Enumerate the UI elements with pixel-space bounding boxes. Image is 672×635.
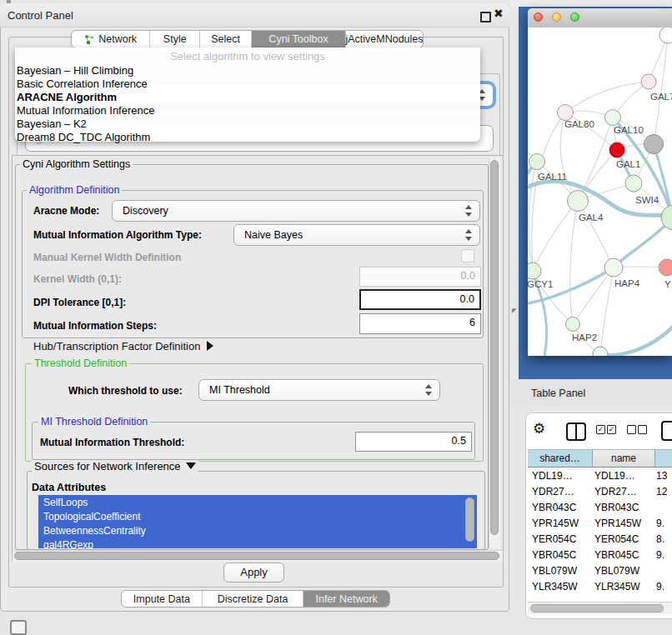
deselect-all-icon[interactable] xyxy=(638,425,647,434)
zoom-traffic-light-icon[interactable] xyxy=(570,12,579,22)
table-extra-icon[interactable] xyxy=(661,421,672,441)
algorithm-dropdown-popup: Select algorithm to view settings Bayesi… xyxy=(15,48,480,142)
table-row[interactable]: YDL19…YDL19…13 xyxy=(528,468,672,484)
node-HAP2[interactable] xyxy=(566,318,580,332)
node-label-GAL80: GAL80 xyxy=(564,119,594,129)
column-header-1[interactable]: shared… xyxy=(528,449,593,468)
node-GAL4[interactable] xyxy=(568,191,589,212)
algorithm-option[interactable]: Basic Correlation Inference xyxy=(17,78,475,91)
data-attributes-list[interactable]: SelfLoopsTopologicalCoefficientBetweenne… xyxy=(38,495,477,548)
threshold-definition-title: Threshold Definition xyxy=(32,358,129,369)
edge[interactable] xyxy=(573,268,614,324)
table-cell: 12 xyxy=(656,486,667,498)
minimized-panel-icon[interactable] xyxy=(10,620,27,635)
float-window-icon[interactable] xyxy=(480,12,491,22)
network-canvas[interactable]: GAL7GAL80GAL10GAL1GAL11SWI4GAL4GCY1HAP4Y… xyxy=(528,28,672,356)
select-all-icon[interactable]: ✓ xyxy=(607,425,616,434)
node-GAL11[interactable] xyxy=(529,154,545,170)
algorithm-option[interactable]: Mutual Information Inference xyxy=(17,104,475,118)
node-unnamed[interactable] xyxy=(644,135,664,154)
node-Y[interactable] xyxy=(659,259,672,276)
attribute-item[interactable]: BetweennessCentrality xyxy=(43,525,146,537)
node-unnamed[interactable] xyxy=(593,347,608,356)
deselect-all-icon[interactable] xyxy=(627,425,636,434)
mi-type-combobox[interactable]: Naive Bayes xyxy=(233,224,480,246)
control-panel-titlebar[interactable] xyxy=(0,3,509,28)
algorithm-option[interactable]: Bayesian – K2 xyxy=(17,118,475,131)
node-unnamed[interactable] xyxy=(659,28,672,43)
node-GAL10[interactable] xyxy=(605,110,621,126)
node-HAP4[interactable] xyxy=(604,258,623,277)
table-cell: YDR27… xyxy=(532,486,574,498)
stepper-icon xyxy=(465,205,473,217)
data-attributes-scrollbar-thumb[interactable] xyxy=(465,498,474,542)
table-panel-title: Table Panel xyxy=(531,388,585,399)
mi-threshold-field[interactable]: 0.5 xyxy=(355,432,472,452)
table-cell: YLR345W xyxy=(532,581,578,592)
edge[interactable] xyxy=(570,201,578,324)
network-window-titlebar[interactable] xyxy=(528,8,672,28)
column-header-3[interactable]: A xyxy=(655,449,672,468)
gear-icon[interactable]: ⚙ xyxy=(533,420,545,438)
edge[interactable] xyxy=(600,268,614,354)
attribute-item[interactable]: SelfLoops xyxy=(43,497,88,508)
node-label-HAP2: HAP2 xyxy=(572,332,597,342)
node-unnamed[interactable] xyxy=(609,142,624,158)
network-graph: GAL7GAL80GAL10GAL1GAL11SWI4GAL4GCY1HAP4Y… xyxy=(528,28,672,356)
which-threshold-combobox[interactable]: MI Threshold xyxy=(198,379,440,401)
control-panel-title: Control Panel xyxy=(8,9,73,22)
algorithm-option[interactable]: ARACNE Algorithm xyxy=(17,91,475,104)
tab-style[interactable]: Style xyxy=(150,31,200,48)
table-hscrollbar-thumb[interactable] xyxy=(530,604,664,612)
algorithm-option[interactable]: Dream8 DC_TDC Algorithm xyxy=(17,131,475,144)
table-row[interactable]: YBR045CYBR045C9. xyxy=(528,548,672,563)
hub-definition-expander[interactable]: Hub/Transcription Factor Definition xyxy=(33,340,213,352)
algorithm-option[interactable]: Bayesian – Hill Climbing xyxy=(17,64,475,78)
mi-steps-label: Mutual Information Steps: xyxy=(33,320,157,332)
kernel-width-field[interactable]: 0.0 xyxy=(359,267,481,287)
apply-button[interactable]: Apply xyxy=(223,562,284,582)
splitter-grip-icon[interactable]: ◤ xyxy=(512,308,516,313)
columns-icon[interactable] xyxy=(566,422,586,441)
select-all-icon[interactable]: ✓ xyxy=(596,425,605,434)
node-GAL1[interactable] xyxy=(625,175,642,192)
tab-select[interactable]: Select xyxy=(200,31,252,48)
minimize-traffic-light-icon[interactable] xyxy=(552,12,561,22)
close-traffic-light-icon[interactable] xyxy=(534,12,543,22)
node-GAL7[interactable] xyxy=(641,74,656,89)
node-GCY1[interactable] xyxy=(528,262,541,279)
subtab-infer-network[interactable]: Infer Network xyxy=(303,591,389,607)
mi-steps-field[interactable]: 6 xyxy=(359,313,481,334)
settings-hscrollbar-thumb[interactable] xyxy=(14,552,499,560)
table-row[interactable]: YBL079WYBL079W xyxy=(528,563,672,579)
manual-kernel-checkbox[interactable] xyxy=(461,249,474,262)
edge[interactable] xyxy=(565,82,649,112)
settings-vscrollbar-thumb[interactable] xyxy=(490,160,499,535)
table-row[interactable]: YBR043CYBR043C xyxy=(528,500,672,516)
table-row[interactable]: YDR27…YDR27…12 xyxy=(528,484,672,500)
node-GAL80[interactable] xyxy=(558,105,574,121)
attribute-item[interactable]: gal4RGexp xyxy=(43,539,93,548)
dpi-tolerance-field[interactable]: 0.0 xyxy=(359,289,481,310)
table-cell: YBR045C xyxy=(532,549,576,561)
attribute-item[interactable]: TopologicalCoefficient xyxy=(43,511,141,522)
column-header-2[interactable]: name xyxy=(593,449,655,468)
sources-title: Sources for Network Inference xyxy=(34,460,181,472)
table-row[interactable]: YLR345WYLR345W9. xyxy=(528,579,672,595)
close-window-icon[interactable]: ✖ xyxy=(494,7,504,20)
which-threshold-value: MI Threshold xyxy=(209,384,270,396)
subtab-discretize-data[interactable]: Discretize Data xyxy=(203,591,303,607)
tab-cyni-toolbox[interactable]: Cyni Toolbox xyxy=(252,31,346,48)
subtab-impute-data[interactable]: Impute Data xyxy=(122,591,203,607)
table-hscrollbar[interactable] xyxy=(528,602,672,614)
highlighted-edge[interactable] xyxy=(601,326,672,355)
sources-expander[interactable]: Sources for Network Inference xyxy=(32,460,198,472)
node-table-card: ⚙ ✓ ✓ shared…nameA YDL19…YDL19…13YDR27…Y… xyxy=(525,412,672,619)
table-row[interactable]: YIL052CYIL052C9. xyxy=(528,595,672,596)
edge[interactable] xyxy=(578,201,614,268)
table-row[interactable]: YER054CYER054C8. xyxy=(528,532,672,548)
aracne-mode-combobox[interactable]: Discovery xyxy=(112,200,480,222)
tab-jactivemnodules[interactable]: jActiveMNodules xyxy=(346,31,423,48)
tab-network[interactable]: Network xyxy=(72,31,150,48)
table-row[interactable]: YPR145WYPR145W9. xyxy=(528,516,672,532)
